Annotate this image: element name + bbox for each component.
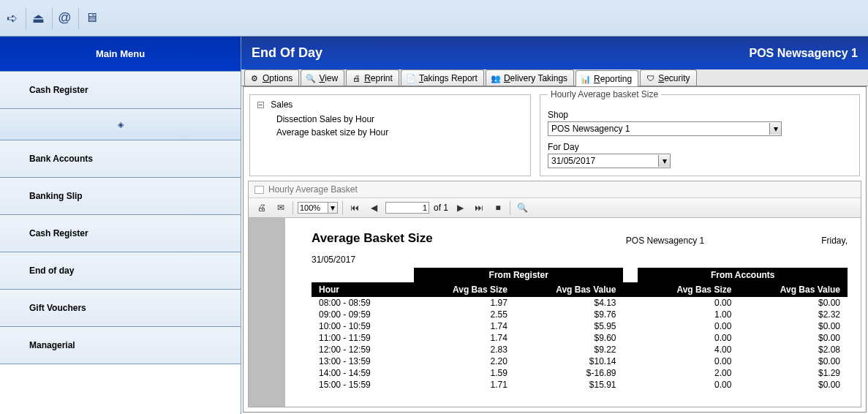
report-tree: − Sales Dissection Sales by Hour Average… <box>249 94 531 176</box>
tab-takings-report[interactable]: 📄Takings Report <box>401 69 484 86</box>
shop-label: Shop <box>548 110 852 120</box>
sidebar-item-gift-vouchers[interactable]: Gift Vouchers <box>0 290 241 327</box>
sidebar-item-end-of-day[interactable]: End of day <box>0 252 241 290</box>
tab-icon: 📄 <box>406 73 416 83</box>
table-row: 15:00 - 15:591.71$15.910.00$0.00 <box>312 379 848 391</box>
sidebar-item-banking-slip[interactable]: Banking Slip <box>0 178 241 215</box>
app-toolbar: ➪ ⏏ @ 🖥 <box>0 0 868 37</box>
last-page-icon[interactable]: ⏭ <box>472 201 486 214</box>
filter-legend: Hourly Average basket Size <box>548 89 661 99</box>
chevron-down-icon: ▾ <box>658 155 670 167</box>
table-row: 12:00 - 12:592.83$9.224.00$2.08 <box>312 344 848 355</box>
report-table: From Register From Accounts Hour Avg Bas… <box>312 268 848 391</box>
page-header: End Of Day POS Newsagency 1 <box>241 37 868 69</box>
tab-view[interactable]: 🔍View <box>301 69 344 86</box>
filter-group: Hourly Average basket Size Shop POS News… <box>540 94 860 176</box>
sidebar-item-managerial[interactable]: Managerial <box>0 327 241 364</box>
tab-reporting[interactable]: 📊Reporting <box>575 70 638 86</box>
shop-select[interactable]: POS Newsagency 1 ▾ <box>548 121 782 136</box>
forward-icon[interactable]: ➪ <box>4 7 26 29</box>
tree-collapse-icon[interactable]: − <box>257 102 264 108</box>
tab-label: Options <box>263 73 293 83</box>
sidebar-item-bank-accounts[interactable]: Bank Accounts <box>0 140 241 178</box>
page-input[interactable] <box>385 202 429 214</box>
table-row: 09:00 - 09:592.55$9.761.00$2.32 <box>312 309 848 320</box>
tree-item-avg-basket[interactable]: Average basket size by Hour <box>276 126 524 139</box>
report-gutter <box>249 218 285 407</box>
table-row: 14:00 - 14:591.59$-16.892.00$1.29 <box>312 367 848 379</box>
report-shop: POS Newsagency 1 <box>626 236 704 246</box>
tab-label: View <box>319 73 338 83</box>
tab-security[interactable]: 🛡Security <box>640 69 696 86</box>
tree-root-label[interactable]: Sales <box>271 99 293 110</box>
tab-label: Reprint <box>364 73 393 83</box>
tab-icon: 🔍 <box>306 73 316 83</box>
day-select[interactable]: 31/05/2017 ▾ <box>548 154 671 168</box>
report-window-title: Hourly Average Basket <box>249 181 861 198</box>
table-row: 13:00 - 13:592.20$10.140.00$0.00 <box>312 355 848 367</box>
tab-label: Security <box>658 73 690 83</box>
zoom-input[interactable] <box>298 202 328 214</box>
next-page-icon[interactable]: ▶ <box>453 201 467 214</box>
tab-reprint[interactable]: 🖨Reprint <box>346 69 399 86</box>
tab-icon: ⚙ <box>249 73 260 83</box>
chevron-down-icon: ▾ <box>769 123 781 135</box>
page-of-label: of 1 <box>434 203 448 213</box>
table-row: 10:00 - 10:591.74$5.950.00$0.00 <box>312 320 848 332</box>
report-date: 31/05/2017 <box>312 255 848 265</box>
stop-icon[interactable]: ■ <box>491 201 505 214</box>
sidebar-item-cash-register-2[interactable]: Cash Register <box>0 215 241 252</box>
tab-icon: 🖨 <box>351 73 361 83</box>
tab-icon: 🛡 <box>645 73 655 83</box>
report-viewer: Hourly Average Basket 🖨 ✉ ▾ ⏮ ◀ <box>248 181 861 407</box>
report-toolbar: 🖨 ✉ ▾ ⏮ ◀ of 1 ▶ ⏭ ■ <box>249 198 861 218</box>
sidebar-header: Main Menu <box>0 37 241 72</box>
tab-icon: 📊 <box>581 74 591 84</box>
tab-label: Delivery Takings <box>504 73 567 83</box>
eject-icon[interactable]: ⏏ <box>31 7 53 29</box>
day-label: For Day <box>548 142 852 152</box>
at-icon[interactable]: @ <box>57 7 79 29</box>
tab-label: Reporting <box>594 74 632 84</box>
export-icon[interactable]: ✉ <box>273 201 288 214</box>
tab-delivery-takings[interactable]: 👥Delivery Takings <box>486 69 574 86</box>
first-page-icon[interactable]: ⏮ <box>347 201 362 214</box>
tab-icon: 👥 <box>491 73 501 83</box>
table-row: 11:00 - 11:591.74$9.600.00$0.00 <box>312 332 848 344</box>
prev-page-icon[interactable]: ◀ <box>366 201 381 214</box>
report-title: Average Basket Size <box>312 231 433 246</box>
tab-label: Takings Report <box>419 73 478 83</box>
tab-bar: ⚙Options🔍View🖨Reprint📄Takings Report👥Del… <box>241 69 868 86</box>
window-icon <box>254 186 264 194</box>
table-row: 08:00 - 08:591.97$4.130.00$0.00 <box>312 297 848 309</box>
tab-options[interactable]: ⚙Options <box>244 69 299 86</box>
sidebar-item-cash-register-1[interactable]: Cash Register <box>0 72 241 109</box>
col-group-accounts: From Accounts <box>638 268 848 282</box>
page-subtitle: POS Newsagency 1 <box>749 47 858 60</box>
chevron-down-icon[interactable]: ▾ <box>328 202 338 214</box>
report-weekday: Friday, <box>821 236 848 246</box>
monitor-icon[interactable]: 🖥 <box>83 7 105 29</box>
page-title: End Of Day <box>252 45 322 61</box>
sidebar-subitem[interactable]: ◈ <box>0 109 241 140</box>
tree-item-dissection[interactable]: Dissection Sales by Hour <box>276 113 524 126</box>
search-icon[interactable]: 🔍 <box>515 201 529 214</box>
col-group-register: From Register <box>414 268 623 282</box>
print-icon[interactable]: 🖨 <box>254 201 269 214</box>
diamond-icon: ◈ <box>118 120 124 129</box>
